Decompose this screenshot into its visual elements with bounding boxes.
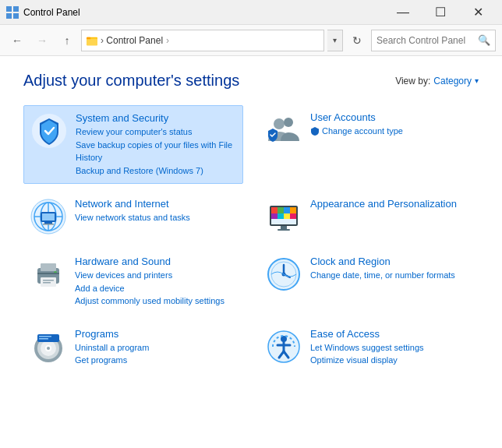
hardware-link-1[interactable]: View devices and printers: [75, 269, 224, 282]
close-button[interactable]: ✕: [460, 0, 496, 25]
system-security-content: System and Security Review your computer…: [76, 112, 236, 177]
address-bar: ← → ↑ › Control Panel › ▾ ↻ 🔍: [0, 25, 502, 56]
svg-rect-37: [37, 273, 59, 274]
svg-rect-21: [271, 207, 278, 213]
svg-rect-30: [278, 229, 290, 231]
category-programs: Programs Uninstall a program Get program…: [23, 322, 243, 373]
address-dropdown[interactable]: ▾: [327, 30, 343, 51]
svg-point-9: [284, 118, 293, 127]
network-icon: [30, 198, 67, 235]
hardware-link-2[interactable]: Add a device: [75, 282, 224, 295]
hardware-link-3[interactable]: Adjust commonly used mobility settings: [75, 295, 224, 308]
clock-icon: [265, 256, 302, 293]
shield-icon: [310, 126, 320, 136]
ease-access-link-1[interactable]: Let Windows suggest settings: [310, 341, 424, 355]
address-input[interactable]: › Control Panel ›: [81, 30, 324, 51]
svg-rect-5: [87, 38, 97, 45]
back-button[interactable]: ←: [6, 30, 28, 51]
minimize-button[interactable]: —: [385, 0, 421, 25]
categories-grid: System and Security Review your computer…: [23, 105, 479, 373]
forward-button[interactable]: →: [31, 30, 53, 51]
category-network: Network and Internet View network status…: [23, 192, 243, 242]
svg-rect-28: [290, 213, 296, 219]
folder-icon: [87, 35, 97, 46]
system-security-link-3[interactable]: Backup and Restore (Windows 7): [76, 164, 236, 178]
svg-rect-25: [271, 213, 278, 219]
svg-rect-26: [278, 213, 284, 219]
title-bar: Control Panel — ☐ ✕: [0, 0, 502, 25]
system-security-link-1[interactable]: Review your computer's status: [76, 125, 236, 139]
svg-rect-6: [87, 37, 90, 39]
category-ease-access: Ease of Access Let Windows suggest setti…: [259, 322, 479, 373]
maximize-button[interactable]: ☐: [422, 0, 458, 25]
network-content: Network and Internet View network status…: [75, 198, 190, 224]
viewby-arrow[interactable]: ▾: [475, 76, 479, 85]
view-by-control[interactable]: View by: Category ▾: [395, 76, 479, 86]
ease-access-content: Ease of Access Let Windows suggest setti…: [310, 328, 424, 367]
system-security-icon: [30, 112, 68, 150]
category-hardware: Hardware and Sound View devices and prin…: [23, 249, 243, 314]
svg-rect-29: [281, 226, 287, 229]
svg-rect-35: [43, 282, 51, 284]
hardware-icon: [30, 256, 67, 293]
svg-rect-24: [290, 207, 296, 213]
svg-rect-50: [39, 338, 48, 340]
search-input[interactable]: [376, 35, 478, 46]
programs-link-1[interactable]: Uninstall a program: [75, 341, 149, 355]
svg-rect-32: [41, 263, 56, 271]
user-accounts-link-1[interactable]: Change account type: [310, 125, 403, 138]
svg-rect-16: [42, 213, 55, 220]
programs-icon: [30, 328, 67, 365]
user-accounts-content: User Accounts Change account type: [310, 111, 403, 138]
window-icon: [6, 6, 19, 19]
ease-access-link-2[interactable]: Optimize visual display: [310, 354, 424, 367]
svg-rect-23: [284, 207, 290, 213]
search-icon[interactable]: 🔍: [478, 34, 490, 46]
page-title: Adjust your computer's settings: [23, 72, 239, 90]
svg-rect-34: [43, 280, 54, 281]
hardware-content: Hardware and Sound View devices and prin…: [75, 256, 224, 308]
appearance-title[interactable]: Appearance and Personalization: [310, 198, 457, 210]
appearance-icon: [265, 198, 302, 235]
clock-link-1[interactable]: Change date, time, or number formats: [310, 269, 455, 282]
clock-content: Clock and Region Change date, time, or n…: [310, 256, 455, 282]
network-title[interactable]: Network and Internet: [75, 198, 190, 210]
category-system-security: System and Security Review your computer…: [23, 105, 243, 184]
svg-rect-49: [39, 336, 51, 337]
svg-rect-27: [284, 213, 290, 219]
viewby-value[interactable]: Category: [433, 76, 472, 86]
clock-title[interactable]: Clock and Region: [310, 256, 455, 267]
svg-rect-22: [278, 207, 284, 213]
programs-content: Programs Uninstall a program Get program…: [75, 328, 149, 367]
address-current: Control Panel: [106, 35, 163, 46]
svg-rect-3: [13, 13, 19, 19]
user-accounts-title[interactable]: User Accounts: [310, 111, 403, 123]
network-link-1[interactable]: View network status and tasks: [75, 211, 190, 224]
address-path: ›: [101, 35, 106, 46]
svg-point-47: [47, 347, 50, 350]
category-user-accounts: User Accounts Change account type: [259, 105, 479, 184]
system-security-link-2[interactable]: Save backup copies of your files with Fi…: [76, 139, 236, 164]
svg-rect-2: [6, 13, 12, 19]
svg-rect-17: [44, 222, 52, 224]
user-accounts-icon: [265, 111, 302, 149]
ease-access-icon: [265, 328, 302, 365]
programs-link-2[interactable]: Get programs: [75, 354, 149, 367]
hardware-title[interactable]: Hardware and Sound: [75, 256, 224, 267]
main-content: Adjust your computer's settings View by:…: [0, 56, 502, 389]
system-security-title[interactable]: System and Security: [76, 112, 236, 124]
page-header: Adjust your computer's settings View by:…: [23, 72, 479, 90]
window-title: Control Panel: [23, 7, 385, 18]
programs-title[interactable]: Programs: [75, 328, 149, 340]
up-button[interactable]: ↑: [56, 30, 78, 51]
refresh-button[interactable]: ↻: [346, 30, 368, 51]
ease-access-title[interactable]: Ease of Access: [310, 328, 424, 340]
address-sep: ›: [166, 35, 169, 46]
svg-rect-1: [13, 6, 19, 12]
appearance-content: Appearance and Personalization: [310, 198, 457, 211]
viewby-label: View by:: [395, 76, 430, 86]
window-controls: — ☐ ✕: [385, 0, 496, 25]
svg-point-8: [274, 118, 285, 129]
search-box[interactable]: 🔍: [371, 30, 496, 51]
category-clock: Clock and Region Change date, time, or n…: [259, 249, 479, 314]
